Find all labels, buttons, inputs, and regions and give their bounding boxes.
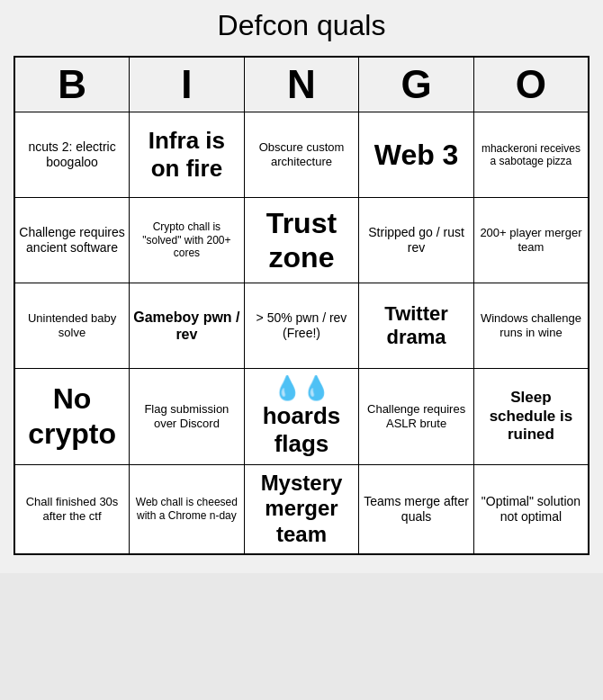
page-title: Defcon quals — [14, 9, 590, 42]
header-n: N — [244, 57, 359, 112]
cell-n2: Trust zone — [244, 198, 359, 283]
cell-o2: 200+ player merger team — [473, 198, 589, 283]
cell-o3: Windows challenge runs in wine — [473, 283, 589, 369]
row-1: ncuts 2: electric boogalooInfra is on fi… — [14, 112, 589, 198]
cell-b1: ncuts 2: electric boogaloo — [14, 112, 130, 198]
row-3: Unintended baby solveGameboy pwn / rev> … — [14, 283, 589, 369]
header-g: G — [359, 57, 474, 112]
cell-i5: Web chall is cheesed with a Chrome n-day — [130, 464, 245, 554]
cell-i4: Flag submission over Discord — [130, 369, 245, 465]
bingo-board: B I N G O ncuts 2: electric boogalooInfr… — [14, 56, 590, 555]
cell-n3: > 50% pwn / rev (Free!) — [244, 283, 359, 369]
cell-b2: Challenge requires ancient software — [14, 198, 130, 283]
cell-g5: Teams merge after quals — [359, 464, 474, 554]
cell-n5: Mystery merger team — [244, 464, 359, 554]
cell-o4: Sleep schedule is ruined — [473, 369, 589, 465]
cell-g2: Stripped go / rust rev — [359, 198, 474, 283]
cell-i3: Gameboy pwn / rev — [130, 283, 245, 369]
row-2: Challenge requires ancient softwareCrypt… — [14, 198, 589, 283]
cell-b4: No crypto — [14, 369, 130, 465]
header-o: O — [473, 57, 589, 112]
cell-g1: Web 3 — [359, 112, 474, 198]
cell-b5: Chall finished 30s after the ctf — [14, 464, 130, 554]
cell-n1: Obscure custom architecture — [244, 112, 359, 198]
row-4: No cryptoFlag submission over Discord💧💧 … — [14, 369, 589, 465]
cell-g3: Twitter drama — [359, 283, 474, 369]
header-row: B I N G O — [14, 57, 589, 112]
header-b: B — [14, 57, 130, 112]
cell-o1: mhackeroni receives a sabotage pizza — [473, 112, 589, 198]
bingo-container: Defcon quals B I N G O ncuts 2: electric… — [0, 0, 603, 573]
cell-i2: Crypto chall is "solved" with 200+ cores — [130, 198, 245, 283]
cell-b3: Unintended baby solve — [14, 283, 130, 369]
cell-i1: Infra is on fire — [130, 112, 245, 198]
bingo-body: ncuts 2: electric boogalooInfra is on fi… — [14, 112, 589, 554]
cell-n4: 💧💧 hoards flags — [244, 369, 359, 465]
header-i: I — [130, 57, 245, 112]
cell-g4: Challenge requires ASLR brute — [359, 369, 474, 465]
cell-o5: "Optimal" solution not optimal — [473, 464, 589, 554]
row-5: Chall finished 30s after the ctfWeb chal… — [14, 464, 589, 554]
